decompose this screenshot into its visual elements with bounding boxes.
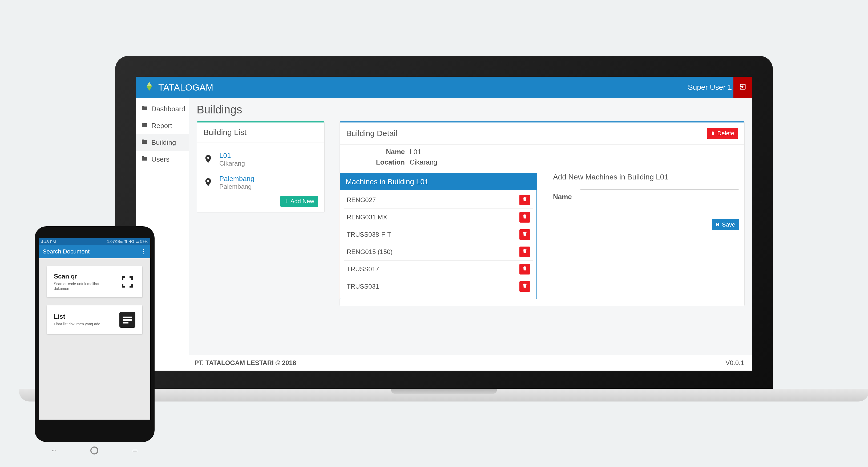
trash-icon: [522, 213, 527, 221]
building-name[interactable]: L01: [219, 152, 245, 160]
phone-back-icon[interactable]: ⤺: [52, 447, 57, 454]
add-building-button[interactable]: Add New: [280, 196, 318, 207]
sidebar-item-report[interactable]: Report: [136, 118, 189, 134]
brand-icon: [144, 81, 155, 94]
add-building-label: Add New: [290, 198, 314, 205]
save-machine-button[interactable]: Save: [712, 219, 739, 230]
machine-name-label: Name: [553, 193, 572, 201]
detail-location-label: Location: [346, 158, 405, 166]
logout-icon: [739, 83, 746, 92]
detail-name-label: Name: [346, 148, 405, 156]
sidebar-item-building[interactable]: Building: [136, 134, 189, 151]
list-card[interactable]: List Lihat list dokumen yang ada: [47, 305, 142, 334]
current-user[interactable]: Super User 1: [688, 77, 732, 98]
machine-name: TRUSS038-F-T: [347, 231, 391, 238]
kebab-menu-icon[interactable]: ⋮: [140, 248, 147, 255]
laptop-notch: [391, 389, 497, 394]
phone-frame: 4:48 PM 1.07KB/s ⇅ 4G ▭ 59% Search Docum…: [35, 226, 155, 442]
topbar: TATALOGAM Super User 1: [136, 77, 752, 98]
building-list-item[interactable]: Palembang Palembang: [203, 171, 318, 194]
building-detail-heading: Building Detail: [346, 129, 397, 138]
logout-button[interactable]: [734, 77, 752, 98]
scan-qr-subtitle: Scan qr-code untuk melihat dokumen: [54, 282, 107, 291]
delete-machine-button[interactable]: [519, 264, 530, 274]
building-location: Palembang: [219, 183, 254, 190]
detail-columns: Machines in Building L01 RENG027 RENG031…: [340, 173, 744, 306]
delete-machine-button[interactable]: [519, 281, 530, 292]
machine-row: RENG031 MX: [344, 209, 533, 226]
trash-icon: [522, 196, 527, 204]
main-area: Buildings Building List L01 Cikarang: [189, 98, 752, 355]
machine-row: RENG015 (150): [344, 243, 533, 261]
building-list-item[interactable]: L01 Cikarang: [203, 148, 318, 171]
folder-icon: [141, 122, 148, 130]
phone-home-icon[interactable]: [90, 446, 98, 455]
app-body: Dashboard Report Building Users: [136, 98, 752, 355]
machine-name: RENG031 MX: [347, 213, 387, 221]
machine-row: RENG027: [344, 192, 533, 209]
save-icon: [716, 221, 720, 228]
building-name[interactable]: Palembang: [219, 175, 254, 183]
sidebar-item-label: Building: [151, 138, 176, 147]
phone-status-right: 1.07KB/s ⇅ 4G ▭ 59%: [107, 239, 148, 244]
machine-row: TRUSS017: [344, 261, 533, 278]
detail-name-value: L01: [410, 148, 421, 156]
trash-icon: [522, 265, 527, 273]
machine-name: RENG015 (150): [347, 248, 393, 256]
sidebar-item-dashboard[interactable]: Dashboard: [136, 101, 189, 118]
list-title: List: [54, 313, 100, 320]
content-columns: Building List L01 Cikarang: [197, 122, 745, 306]
pin-icon: [203, 176, 213, 189]
folder-icon: [141, 155, 148, 164]
laptop-body: TATALOGAM Super User 1 Dashboard: [115, 56, 773, 391]
delete-machine-button[interactable]: [519, 229, 530, 240]
machine-name-input[interactable]: [580, 189, 739, 204]
sidebar-item-users[interactable]: Users: [136, 151, 189, 168]
save-machine-label: Save: [722, 221, 735, 228]
phone-screen: 4:48 PM 1.07KB/s ⇅ 4G ▭ 59% Search Docum…: [39, 238, 150, 420]
phone-app-bar: Search Document ⋮: [39, 245, 150, 258]
building-location: Cikarang: [219, 160, 245, 167]
building-list-heading: Building List: [197, 123, 324, 142]
laptop-screen: TATALOGAM Super User 1 Dashboard: [136, 77, 752, 371]
machines-body: RENG027 RENG031 MX TRUSS03: [340, 190, 536, 299]
phone-nav-bar: ⤺ ▭: [35, 442, 155, 459]
add-machine-panel: Add New Machines in Building L01 Name: [548, 173, 744, 299]
page-title: Buildings: [197, 103, 745, 116]
phone-status-bar: 4:48 PM 1.07KB/s ⇅ 4G ▭ 59%: [39, 238, 150, 245]
list-icon: [119, 312, 135, 328]
folder-icon: [141, 105, 148, 113]
add-machine-heading: Add New Machines in Building L01: [553, 173, 739, 181]
building-list-body: L01 Cikarang Palembang Palembang: [197, 142, 324, 212]
machine-name: TRUSS031: [347, 283, 379, 290]
footer-version: V0.0.1: [726, 359, 744, 367]
trash-icon: [522, 248, 527, 256]
building-detail-fields: Name L01 Location Cikarang: [340, 144, 744, 173]
footer-copyright: PT. TATALOGAM LESTARI © 2018: [194, 359, 296, 367]
machines-panel: Machines in Building L01 RENG027 RENG031…: [340, 173, 537, 299]
phone-recents-icon[interactable]: ▭: [132, 447, 138, 454]
machine-row: TRUSS031: [344, 278, 533, 295]
sidebar-item-label: Report: [151, 122, 172, 130]
delete-machine-button[interactable]: [519, 195, 530, 205]
folder-icon: [141, 138, 148, 147]
qr-scan-icon: [119, 274, 135, 290]
machines-heading: Machines in Building L01: [340, 173, 536, 190]
brand-text: TATALOGAM: [158, 82, 214, 93]
plus-icon: [284, 198, 288, 205]
delete-machine-button[interactable]: [519, 246, 530, 257]
delete-building-button[interactable]: Delete: [707, 128, 738, 139]
machine-name: RENG027: [347, 196, 376, 204]
brand[interactable]: TATALOGAM: [144, 81, 214, 94]
laptop-frame: TATALOGAM Super User 1 Dashboard: [115, 56, 773, 391]
building-detail-head: Building Detail Delete: [340, 123, 744, 144]
delete-building-label: Delete: [717, 130, 734, 137]
scan-qr-title: Scan qr: [54, 273, 107, 280]
scan-qr-card[interactable]: Scan qr Scan qr-code untuk melihat dokum…: [47, 266, 142, 297]
delete-machine-button[interactable]: [519, 212, 530, 223]
detail-location-value: Cikarang: [410, 158, 437, 166]
footer: PT. TATALOGAM LESTARI © 2018 V0.0.1: [136, 355, 752, 371]
building-list-panel: Building List L01 Cikarang: [197, 122, 324, 212]
trash-icon: [522, 283, 527, 290]
list-subtitle: Lihat list dokumen yang ada: [54, 322, 100, 327]
